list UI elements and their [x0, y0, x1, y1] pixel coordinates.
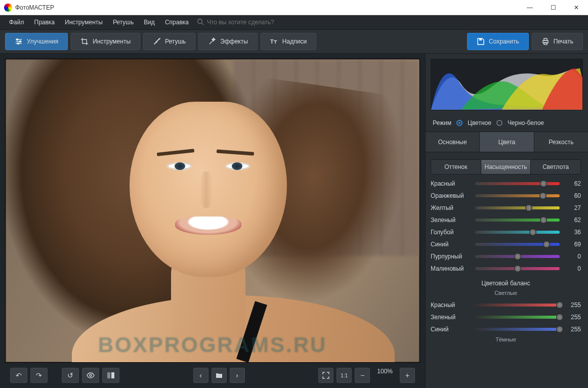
search-icon [197, 18, 204, 27]
slider-value: 255 [564, 326, 581, 333]
histogram[interactable] [431, 59, 583, 110]
undo-button[interactable]: ↶ [10, 368, 27, 383]
slider-thumb[interactable] [556, 326, 563, 333]
slider-track[interactable] [475, 243, 560, 246]
wand-icon [208, 37, 216, 46]
panel-tabs: Основные Цвета Резкость [426, 132, 588, 152]
save-button[interactable]: Сохранить [467, 33, 529, 50]
menubar: Файл Правка Инструменты Ретушь Вид Справ… [0, 15, 588, 29]
slider-row: Малиновый0 [426, 263, 586, 275]
subtab-hue[interactable]: Оттенок [431, 160, 481, 174]
toolbar-label: Инструменты [93, 38, 131, 45]
toolbar-label: Надписи [282, 38, 307, 45]
photo-preview [6, 59, 419, 362]
compare-button[interactable] [102, 368, 119, 383]
save-label: Сохранить [489, 38, 519, 45]
actual-size-button[interactable]: 1:1 [337, 368, 352, 383]
subtab-lightness[interactable]: Светлота [531, 160, 580, 174]
slider-track[interactable] [475, 182, 560, 185]
svg-rect-15 [111, 372, 114, 378]
maximize-button[interactable]: ☐ [541, 0, 565, 15]
slider-label: Синий [431, 326, 471, 333]
slider-track[interactable] [475, 328, 560, 331]
slider-track[interactable] [475, 206, 560, 209]
menu-edit[interactable]: Правка [29, 17, 60, 28]
toolbar-retouch[interactable]: Ретушь [143, 33, 195, 50]
tab-colors[interactable]: Цвета [480, 132, 534, 152]
slider-thumb[interactable] [543, 241, 550, 248]
toolbar-text[interactable]: Tᴛ Надписи [261, 33, 316, 50]
zoom-in-button[interactable]: + [400, 368, 415, 383]
slider-label: Голубой [431, 229, 471, 236]
slider-value: 36 [564, 229, 581, 236]
print-button[interactable]: Печать [532, 33, 583, 50]
slider-track[interactable] [475, 255, 560, 258]
slider-thumb[interactable] [514, 253, 521, 260]
slider-thumb[interactable] [556, 314, 563, 321]
mode-color-radio[interactable] [456, 120, 463, 126]
balance-title: Цветовой баланс [426, 275, 586, 289]
slider-track[interactable] [475, 231, 560, 234]
fit-screen-button[interactable] [318, 368, 333, 383]
reset-button[interactable]: ↺ [62, 368, 79, 383]
toolbar-label: Эффекты [220, 38, 248, 45]
zoom-out-button[interactable]: − [355, 368, 370, 383]
slider-row: Пурпурный0 [426, 250, 586, 263]
tab-basic[interactable]: Основные [426, 132, 480, 152]
slider-thumb[interactable] [514, 265, 521, 272]
slider-row: Красный62 [426, 178, 586, 190]
toolbar-effects[interactable]: Эффекты [198, 33, 258, 50]
slider-row: Зеленый255 [426, 311, 586, 323]
next-image-button[interactable]: › [230, 368, 245, 383]
menu-file[interactable]: Файл [4, 17, 29, 28]
close-button[interactable]: ✕ [565, 0, 588, 15]
prev-image-button[interactable]: ‹ [193, 368, 208, 383]
slider-row: Синий255 [426, 323, 586, 335]
text-icon: Tᴛ [270, 37, 278, 46]
slider-thumb[interactable] [529, 229, 536, 236]
slider-track[interactable] [475, 316, 560, 319]
slider-thumb[interactable] [525, 204, 532, 211]
image-canvas[interactable]: BOXPROGRAMS.RU [5, 59, 420, 363]
tab-sharpness[interactable]: Резкость [534, 132, 588, 152]
slider-label: Красный [431, 301, 471, 309]
bottom-toolbar: ↶ ↷ ↺ ‹ [5, 363, 420, 388]
slider-value: 0 [564, 265, 581, 272]
search-input[interactable] [207, 19, 298, 26]
sliders-icon [15, 37, 23, 46]
app-icon [4, 4, 12, 12]
toolbar-tools[interactable]: Инструменты [71, 33, 140, 50]
preview-toggle-button[interactable] [82, 368, 99, 383]
slider-row: Красный255 [426, 299, 586, 311]
color-subtabs: Оттенок Насыщенность Светлота [431, 159, 581, 175]
slider-value: 69 [564, 241, 581, 248]
minimize-button[interactable]: — [518, 0, 541, 15]
menu-tools[interactable]: Инструменты [60, 17, 108, 28]
menu-view[interactable]: Вид [139, 17, 160, 28]
subtab-saturation[interactable]: Насыщенность [481, 160, 531, 174]
slider-thumb[interactable] [540, 180, 547, 187]
slider-track[interactable] [475, 267, 560, 270]
toolbar-label: Улучшения [27, 38, 58, 45]
redo-button[interactable]: ↷ [30, 368, 48, 383]
slider-label: Желтый [431, 204, 471, 211]
open-folder-button[interactable] [212, 368, 227, 383]
slider-track[interactable] [475, 194, 560, 197]
mode-bw-radio[interactable] [496, 120, 502, 126]
save-icon [477, 37, 485, 46]
slider-thumb[interactable] [556, 301, 563, 309]
slider-value: 62 [564, 217, 581, 224]
mode-color-label[interactable]: Цветное [468, 119, 491, 126]
menu-retouch[interactable]: Ретушь [108, 17, 139, 28]
toolbar-label: Ретушь [165, 38, 186, 45]
slider-thumb[interactable] [539, 192, 547, 199]
adjustments-panel: Режим Цветное Черно-белое Основные Цвета… [425, 54, 588, 388]
slider-value: 255 [564, 301, 581, 309]
mode-bw-label[interactable]: Черно-белое [508, 119, 544, 126]
toolbar-enhance[interactable]: Улучшения [5, 33, 68, 50]
svg-point-7 [18, 43, 19, 45]
slider-track[interactable] [475, 304, 560, 307]
slider-track[interactable] [475, 219, 560, 222]
slider-thumb[interactable] [540, 217, 547, 224]
menu-help[interactable]: Справка [160, 17, 194, 28]
